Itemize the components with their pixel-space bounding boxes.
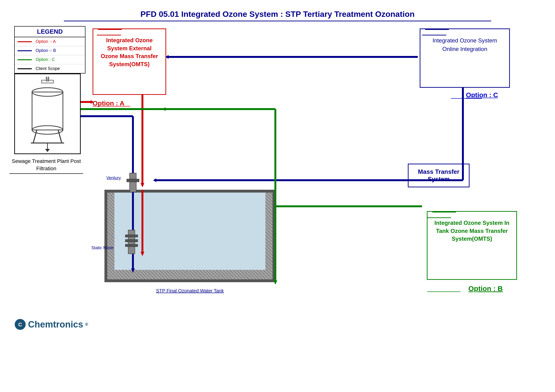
page-title: PFD 05.01 Integrated Ozone System : STP …	[64, 0, 491, 21]
svg-marker-29	[153, 178, 156, 182]
static-mixer-label: Static Mixer	[91, 245, 114, 250]
box-online-integration: Integrated Ozone System Online Integrati…	[420, 29, 510, 88]
legend-line-c	[18, 59, 32, 60]
svg-rect-0	[42, 80, 53, 83]
tank-box	[104, 190, 275, 282]
legend-row-client: Client Scope	[15, 64, 85, 73]
tank-label: STP Final Ozonated Water Tank	[104, 288, 275, 294]
legend-line-b	[18, 50, 32, 51]
legend-row-b: Option :- B	[15, 46, 85, 55]
legend-label-b: Option :- B	[36, 48, 56, 53]
legend-box: LEGEND Option :- A Option :- B Option : …	[14, 26, 86, 73]
chemtronics-logo: C Chemtronics®	[14, 319, 88, 330]
legend-label-c: Option : C	[36, 57, 55, 62]
box-option-a-text: Integrated Ozone System External Ozone M…	[93, 29, 165, 71]
legend-row-a: Option :- A	[15, 37, 85, 46]
chemtronics-registered: ®	[85, 322, 88, 327]
svg-rect-39	[127, 179, 139, 182]
legend-label-a: Option :- A	[36, 39, 56, 44]
legend-line-a	[18, 41, 32, 42]
box-option-b: Integrated Ozone System In Tank Ozone Ma…	[427, 211, 517, 280]
svg-text:C: C	[18, 321, 22, 328]
box-option-b-label: Option : B	[468, 285, 503, 293]
ventury-label: Ventury	[106, 176, 121, 180]
legend-title: LEGEND	[15, 27, 85, 37]
legend-line-client	[18, 68, 32, 69]
box-option-c-label: Option : C	[466, 91, 498, 99]
svg-marker-16	[140, 183, 144, 187]
box-option-a-label: Option : A	[93, 100, 124, 107]
svg-rect-38	[130, 173, 136, 192]
mass-transfer-system: Mass Transfer System	[408, 164, 469, 187]
box-option-b-text: Integrated Ozone System In Tank Ozone Ma…	[428, 212, 516, 245]
svg-marker-10	[45, 149, 50, 152]
legend-row-c: Option : C	[15, 55, 85, 64]
svg-marker-24	[131, 178, 135, 183]
sewage-box	[14, 73, 81, 154]
sewage-label: Sewage Treatment Plant Post Filtration	[9, 158, 83, 174]
chemtronics-name: Chemtronics	[28, 320, 83, 330]
svg-rect-4	[32, 92, 63, 130]
legend-label-client: Client Scope	[36, 66, 60, 71]
box-online-text: Integrated Ozone System Online Integrati…	[420, 29, 509, 56]
box-option-a: Integrated Ozone System External Ozone M…	[93, 29, 166, 95]
svg-marker-31	[165, 107, 168, 111]
